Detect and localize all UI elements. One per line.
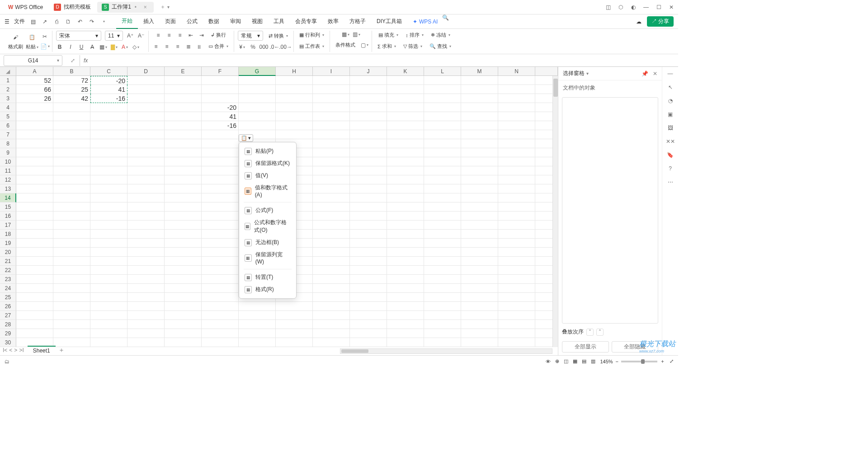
- cell[interactable]: [387, 293, 424, 302]
- cell[interactable]: [202, 275, 239, 284]
- style-rail-icon[interactable]: ◔: [668, 98, 673, 104]
- cell[interactable]: [165, 103, 202, 112]
- cell[interactable]: -20: [90, 76, 127, 85]
- cell[interactable]: [461, 293, 498, 302]
- cell[interactable]: [90, 157, 127, 166]
- cell[interactable]: [461, 230, 498, 239]
- cell[interactable]: [498, 130, 535, 139]
- cell[interactable]: [53, 266, 90, 275]
- cell[interactable]: [350, 139, 387, 148]
- cell[interactable]: [127, 284, 165, 293]
- cell[interactable]: [350, 103, 387, 112]
- cell[interactable]: [313, 175, 350, 184]
- cell[interactable]: [90, 175, 127, 184]
- cell[interactable]: [127, 266, 165, 275]
- cell[interactable]: [202, 193, 239, 202]
- cell[interactable]: [165, 112, 202, 121]
- new-tab-dropdown-icon[interactable]: ▾: [167, 5, 170, 9]
- cell[interactable]: [90, 148, 127, 157]
- row-header[interactable]: 12: [0, 175, 16, 184]
- cell[interactable]: [461, 221, 498, 230]
- row-header[interactable]: 25: [0, 293, 16, 302]
- cell[interactable]: [16, 212, 53, 221]
- cell[interactable]: [424, 293, 461, 302]
- cell[interactable]: [127, 157, 165, 166]
- cell[interactable]: [498, 103, 535, 112]
- cell[interactable]: [239, 85, 276, 94]
- cell[interactable]: [202, 266, 239, 275]
- cell[interactable]: [53, 212, 90, 221]
- cell[interactable]: [127, 130, 165, 139]
- cell[interactable]: [239, 112, 276, 121]
- sheet-prev-icon[interactable]: <: [9, 347, 12, 353]
- layout-rail-icon[interactable]: ▣: [668, 111, 673, 118]
- cell[interactable]: [313, 293, 350, 302]
- row-header[interactable]: 16: [0, 212, 16, 221]
- cell[interactable]: [165, 139, 202, 148]
- ribbon-tab-start[interactable]: 开始: [116, 14, 138, 29]
- cell[interactable]: [387, 311, 424, 320]
- cell[interactable]: [165, 311, 202, 320]
- row-header[interactable]: 5: [0, 112, 16, 121]
- close-tab-icon[interactable]: ×: [144, 4, 149, 10]
- cell[interactable]: [387, 130, 424, 139]
- cell[interactable]: [165, 212, 202, 221]
- cell[interactable]: [16, 257, 53, 266]
- cell[interactable]: [165, 275, 202, 284]
- cell[interactable]: [313, 311, 350, 320]
- cell[interactable]: [313, 121, 350, 130]
- tab-wps-office[interactable]: W WPS Office: [4, 2, 47, 13]
- cell[interactable]: [53, 103, 90, 112]
- cell[interactable]: [313, 338, 350, 347]
- cell[interactable]: [313, 166, 350, 175]
- zoom-level[interactable]: 145%: [600, 359, 613, 364]
- cell[interactable]: [90, 139, 127, 148]
- cell[interactable]: [202, 184, 239, 193]
- cell[interactable]: [165, 76, 202, 85]
- cell[interactable]: [165, 248, 202, 257]
- cell[interactable]: [461, 166, 498, 175]
- order-up-icon[interactable]: ˄: [596, 329, 604, 336]
- cell[interactable]: -20: [202, 103, 239, 112]
- cell[interactable]: [461, 257, 498, 266]
- cell[interactable]: [90, 193, 127, 202]
- cell[interactable]: [90, 221, 127, 230]
- cell[interactable]: [165, 266, 202, 275]
- cell[interactable]: [387, 257, 424, 266]
- col-header-F[interactable]: F: [202, 67, 239, 76]
- scroll-thumb[interactable]: [553, 79, 558, 97]
- cell[interactable]: [202, 166, 239, 175]
- freeze-button[interactable]: ❄ 冻结: [429, 31, 452, 39]
- sheet-last-icon[interactable]: >I: [19, 347, 24, 353]
- row-header[interactable]: 23: [0, 275, 16, 284]
- cell[interactable]: [127, 76, 165, 85]
- cell[interactable]: [165, 130, 202, 139]
- horizontal-scrollbar[interactable]: [340, 348, 552, 354]
- cell[interactable]: [90, 121, 127, 130]
- row-header[interactable]: 3: [0, 94, 16, 103]
- worksheet-button[interactable]: ▤ 工作表: [297, 42, 326, 51]
- cell[interactable]: [424, 148, 461, 157]
- cell[interactable]: [16, 266, 53, 275]
- row-header[interactable]: 15: [0, 202, 16, 212]
- cell[interactable]: [90, 230, 127, 239]
- ribbon-tab-insert[interactable]: 插入: [138, 14, 160, 29]
- close-icon[interactable]: ✕: [668, 4, 675, 10]
- cell[interactable]: [313, 184, 350, 193]
- row-header[interactable]: 21: [0, 257, 16, 266]
- cell[interactable]: [90, 112, 127, 121]
- cell[interactable]: [313, 221, 350, 230]
- cell[interactable]: [387, 202, 424, 212]
- cell[interactable]: [350, 221, 387, 230]
- cell[interactable]: [202, 202, 239, 212]
- filter-button[interactable]: ▽ 筛选: [401, 42, 424, 51]
- cell[interactable]: [16, 157, 53, 166]
- save-icon[interactable]: ▤: [29, 18, 37, 25]
- cell[interactable]: [387, 103, 424, 112]
- row-header[interactable]: 18: [0, 230, 16, 239]
- cell[interactable]: [239, 103, 276, 112]
- sheet-next-icon[interactable]: >: [14, 347, 17, 353]
- ribbon-tab-data[interactable]: 数据: [203, 14, 225, 29]
- cell[interactable]: [350, 320, 387, 329]
- row-header[interactable]: 13: [0, 184, 16, 193]
